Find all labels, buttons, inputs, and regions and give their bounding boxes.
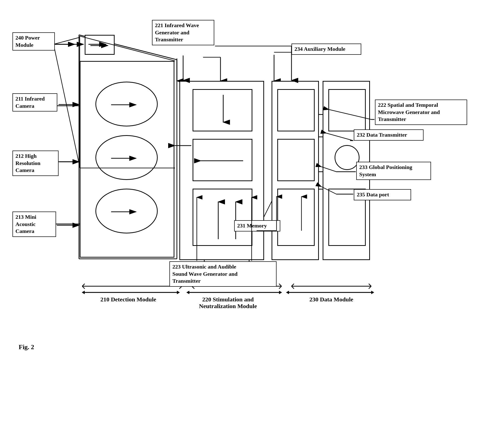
detection-panel: [80, 61, 174, 258]
infrared-wave-box: 221 Infrared WaveGenerator andTransmitte…: [152, 20, 214, 45]
data-transmitter-label: 232 Data Transmitter: [357, 132, 407, 138]
svg-marker-95: [186, 291, 189, 294]
figure-label: Fig. 2: [19, 343, 34, 351]
diagram-container: 240 PowerModule 211 InfraredCamera 212 H…: [7, 7, 497, 435]
svg-line-5: [54, 37, 80, 44]
ultrasonic-box: 223 Ultrasonic and AudibleSound Wave Gen…: [169, 261, 277, 287]
svg-marker-99: [371, 291, 374, 294]
svg-marker-98: [286, 291, 289, 294]
svg-line-36: [291, 286, 294, 289]
gps-label: 233 Global PositioningSystem: [359, 164, 412, 177]
stimulation-module-label: 220 Stimulation andNeutralization Module: [172, 296, 284, 310]
stimulation-bottom-square: [193, 189, 252, 246]
svg-line-6: [54, 44, 80, 167]
data-bottom-inner: [277, 189, 315, 246]
mini-acoustic-circle: [95, 189, 158, 233]
auxiliary-module-box: 234 Auxiliary Module: [291, 44, 361, 55]
svg-line-26: [82, 286, 85, 289]
high-res-camera-label: 212 HighResolution Camera: [15, 153, 40, 173]
spatial-microwave-box: 222 Spatial and TemporalMicrowave Genera…: [375, 100, 467, 125]
stimulation-top-square: [193, 89, 252, 131]
power-module-label: 240 PowerModule: [15, 35, 40, 48]
infrared-camera-label: 211 InfraredCamera: [15, 96, 45, 109]
auxiliary-inner: [328, 89, 366, 131]
svg-line-32: [279, 284, 282, 286]
stimulation-panel: [179, 81, 264, 260]
high-res-camera-box: 212 HighResolution Camera: [12, 151, 59, 176]
svg-line-37: [369, 284, 371, 286]
data-transmitter-box: 232 Data Transmitter: [354, 129, 424, 141]
svg-line-33: [279, 286, 282, 289]
memory-label: 231 Memory: [237, 222, 267, 229]
data-port-label: 235 Data port: [357, 191, 389, 198]
infrared-camera-box: 211 InfraredCamera: [12, 93, 57, 111]
svg-marker-93: [177, 291, 180, 294]
data-module-label: 230 Data Module: [289, 296, 374, 303]
auxiliary-module-label: 234 Auxiliary Module: [294, 46, 345, 52]
mini-acoustic-label: 213 MiniAcousticCamera: [15, 214, 36, 234]
data-port-box: 235 Data port: [354, 189, 411, 200]
svg-marker-92: [82, 291, 85, 294]
svg-marker-96: [279, 291, 282, 294]
data-middle-inner: [277, 139, 315, 181]
high-res-circle: [95, 135, 158, 180]
memory-box: 231 Memory: [234, 220, 280, 231]
data-transmitter-circle: [335, 145, 360, 170]
spatial-microwave-label: 222 Spatial and TemporalMicrowave Genera…: [378, 102, 440, 122]
svg-line-25: [82, 284, 85, 286]
ultrasonic-label: 223 Ultrasonic and AudibleSound Wave Gen…: [172, 264, 237, 284]
stimulation-middle-square: [193, 139, 252, 181]
mini-acoustic-box: 213 MiniAcousticCamera: [12, 212, 56, 237]
data-panel-left: [272, 81, 319, 260]
svg-line-35: [291, 284, 294, 286]
svg-line-38: [369, 286, 371, 289]
infrared-camera-circle: [95, 82, 158, 126]
detection-module-label: 210 Detection Module: [75, 296, 182, 303]
gps-box: 233 Global PositioningSystem: [356, 162, 431, 180]
power-module-box: 240 PowerModule: [12, 32, 55, 51]
infrared-wave-label: 221 Infrared WaveGenerator andTransmitte…: [155, 22, 199, 43]
power-inner-box: [85, 35, 115, 55]
data-top-inner: [277, 89, 315, 131]
